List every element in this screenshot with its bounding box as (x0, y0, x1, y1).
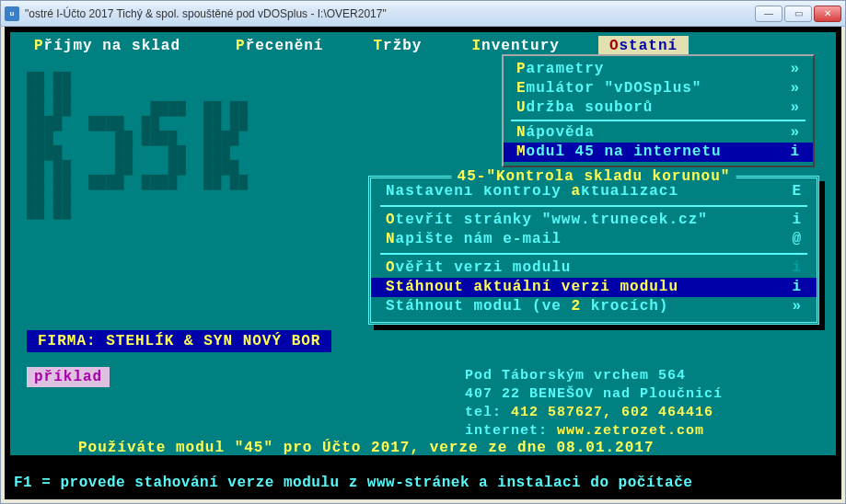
menu-napoveda[interactable]: Nápověda» (504, 123, 813, 143)
submenu-title: 45-"Kontrola skladu korunou" (452, 167, 736, 186)
menu-inventury[interactable]: Inventury (460, 36, 570, 56)
menu-emulator[interactable]: Emulátor "vDOSplus"» (504, 79, 813, 98)
maximize-button[interactable]: ▭ (784, 6, 812, 22)
opt-overit-verzi[interactable]: Ověřit verzi modului (371, 258, 817, 278)
menu-udrzba[interactable]: Udržba souborů» (504, 98, 813, 118)
window-title: "ostré I-Účto 2017 Tichý & spol. spouště… (25, 7, 755, 20)
menu-preceneni[interactable]: Přecenění (225, 36, 334, 56)
menu-bar: Příjmy na sklad Přecenění Tržby Inventur… (23, 36, 823, 56)
app-window: u "ostré I-Účto 2017 Tichý & spol. spouš… (0, 0, 846, 504)
menu-trzby[interactable]: Tržby (362, 36, 433, 56)
ostatni-dropdown: Parametry» Emulátor "vDOSplus"» Udržba s… (502, 54, 815, 167)
opt-stahnout-aktualni[interactable]: Stáhnout aktuální verzi modului (371, 278, 817, 297)
help-line: F1 = provede stahování verze modulu z ww… (14, 474, 832, 492)
menu-modul45-internet[interactable]: Modul 45 na internetui (504, 143, 813, 162)
separator (380, 253, 807, 255)
priklad-badge: příklad (27, 367, 110, 387)
opt-napiste-email[interactable]: Napište nám e-mail@ (371, 230, 817, 249)
contact-block: Pod Táborským vrchem 564 407 22 BENEŠOV … (465, 367, 723, 441)
logo-ascii: ██ ██ ██ ██ ██ ██ ████ ██ ██ ████ ████ █… (27, 73, 248, 220)
app-icon: u (5, 6, 19, 21)
dos-screen: Příjmy na sklad Přecenění Tržby Inventur… (5, 27, 841, 499)
menu-ostatni[interactable]: Ostatní (598, 36, 689, 56)
separator (511, 120, 805, 121)
separator (380, 205, 807, 207)
menu-parametry[interactable]: Parametry» (504, 60, 813, 79)
titlebar[interactable]: u "ostré I-Účto 2017 Tichý & spol. spouš… (1, 1, 845, 27)
modul45-submenu: 45-"Kontrola skladu korunou" Nastavení k… (368, 176, 819, 325)
opt-stahnout-2kroky[interactable]: Stáhnout modul (ve 2 krocích)» (371, 297, 817, 316)
menu-prijmy[interactable]: Příjmy na sklad (23, 36, 191, 56)
close-button[interactable]: ✕ (814, 6, 841, 22)
firma-label: FIRMA: STEHLÍK & SYN NOVÝ BOR (27, 330, 331, 352)
version-line: Používáte modul "45" pro Účto 2017, verz… (78, 439, 655, 457)
opt-otevrit-stranky[interactable]: Otevřít stránky "www.trunecek.cz"i (371, 211, 817, 230)
minimize-button[interactable]: — (755, 6, 782, 22)
